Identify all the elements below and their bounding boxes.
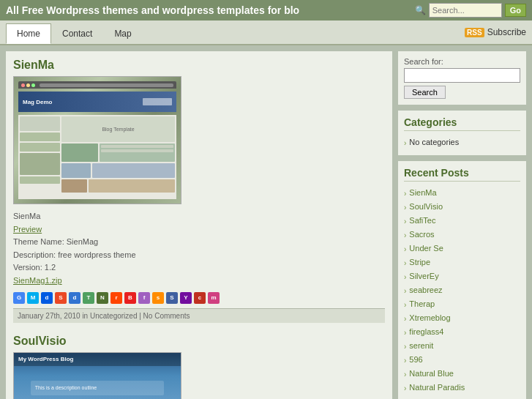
- rss-area: RSS Subscribe: [465, 27, 526, 37]
- post-image-soulvisio: My WordPress Blog This is a description …: [13, 352, 181, 399]
- sidebar-search-button[interactable]: Search: [404, 86, 446, 99]
- bullet-icon: ›: [404, 383, 406, 394]
- post-title-soulvisio: SoulVisio: [13, 335, 385, 348]
- social-icon-co-mments[interactable]: c: [194, 292, 206, 304]
- recent-post-item: ›Natural Blue: [404, 367, 520, 381]
- recent-post-item: ›Stripe: [404, 256, 520, 269]
- soulvisio-preview: My WordPress Blog This is a description …: [14, 353, 181, 399]
- bullet-icon: ›: [404, 230, 406, 241]
- comments-link[interactable]: No Comments: [143, 312, 190, 320]
- post-meta-sienmag: SienMa Preview Theme Name: SienMag Descr…: [13, 210, 385, 288]
- recent-post-link[interactable]: Therap: [409, 298, 435, 310]
- social-icon-spurl[interactable]: S: [166, 292, 178, 304]
- social-icon-stumbleupon[interactable]: S: [55, 292, 67, 304]
- recent-post-link[interactable]: Natural Paradis: [409, 381, 465, 394]
- content-area: SienMa Mag Demo: [6, 51, 392, 399]
- recent-post-item: ›fireglass4: [404, 325, 520, 339]
- theme-name: Theme Name: SienMag: [13, 236, 385, 249]
- social-icon-furl[interactable]: f: [138, 292, 150, 304]
- sidebar-categories-section: Categories › No categories: [398, 111, 526, 155]
- recent-post-link[interactable]: seabreez: [409, 284, 442, 297]
- recent-posts-title: Recent Posts: [404, 167, 520, 182]
- bullet-icon: ›: [404, 369, 406, 380]
- recent-post-item: ›Xtremeblog: [404, 311, 520, 325]
- bullet-icon: ›: [404, 299, 406, 310]
- recent-post-link[interactable]: Under Se: [409, 242, 443, 255]
- recent-post-link[interactable]: Sacros: [409, 228, 434, 241]
- bullet-icon: ›: [404, 327, 406, 338]
- bullet-icon: ›: [404, 355, 406, 366]
- recent-post-link[interactable]: Natural Blue: [409, 368, 454, 380]
- tab-map[interactable]: Map: [103, 23, 142, 44]
- bullet-icon: ›: [404, 258, 406, 269]
- rss-badge[interactable]: RSS: [465, 28, 484, 37]
- recent-posts-list: ›SienMa›SoulVisio›SafiTec›Sacros›Under S…: [404, 186, 520, 395]
- social-icon-simpy[interactable]: s: [152, 292, 164, 304]
- preview-link[interactable]: Preview: [13, 225, 42, 234]
- social-icon-magnolia[interactable]: m: [208, 292, 220, 304]
- recent-post-item: ›serenit: [404, 339, 520, 353]
- bullet-icon: ›: [404, 272, 406, 283]
- nav-bar: Home Contact Map RSS Subscribe: [0, 20, 532, 45]
- top-go-button[interactable]: Go: [505, 4, 526, 17]
- recent-post-item: ›Sacros: [404, 228, 520, 242]
- bullet-icon: ›: [404, 341, 406, 352]
- social-icon-newsvine[interactable]: N: [97, 292, 108, 304]
- sidebar-search-input[interactable]: [404, 68, 520, 83]
- bullet-icon: ›: [404, 188, 406, 199]
- search-for-label: Search for:: [404, 57, 520, 66]
- post-title-sienmag: SienMa: [13, 59, 385, 72]
- subscribe-link[interactable]: Subscribe: [487, 27, 526, 37]
- recent-post-item: ›Therap: [404, 297, 520, 311]
- bullet-icon: ›: [404, 313, 406, 324]
- social-icon-reddit[interactable]: r: [110, 292, 122, 304]
- mock-blog-main: Blog Template: [61, 116, 175, 198]
- mock-content: Blog Template: [18, 115, 176, 199]
- social-icon-technorati[interactable]: T: [83, 292, 94, 304]
- download-link[interactable]: SienMag1.zip: [13, 276, 62, 285]
- tab-contact[interactable]: Contact: [51, 23, 103, 44]
- recent-post-link[interactable]: fireglass4: [409, 326, 443, 338]
- description: Description: free wordpress theme: [13, 249, 385, 262]
- top-search-area: 🔍 Go: [415, 3, 526, 18]
- recent-post-item: ›Natural Paradis: [404, 381, 520, 395]
- social-icon-delicious[interactable]: d: [69, 292, 80, 304]
- recent-post-item: ›SilverEy: [404, 269, 520, 283]
- recent-post-link[interactable]: Xtremeblog: [409, 312, 450, 324]
- bullet-icon: ›: [404, 138, 406, 149]
- top-bar: All Free Wordpress themes and wordpress …: [0, 0, 532, 20]
- post-date: January 27th, 2010 in Uncategorized |: [18, 312, 141, 320]
- recent-post-link[interactable]: SilverEy: [409, 270, 438, 283]
- recent-post-link[interactable]: SafiTec: [409, 215, 435, 227]
- post-image-inner: Mag Demo: [14, 77, 181, 204]
- bullet-icon: ›: [404, 286, 406, 297]
- social-icon-blinklist[interactable]: B: [124, 292, 136, 304]
- mock-chrome: [18, 81, 176, 89]
- post-image-sienmag: Mag Demo: [13, 76, 181, 204]
- sidebar-search-section: Search for: Search: [398, 51, 526, 105]
- sidebar: Search for: Search Categories › No categ…: [398, 51, 526, 399]
- tab-home[interactable]: Home: [6, 23, 51, 44]
- sidebar-recent-posts-section: Recent Posts ›SienMa›SoulVisio›SafiTec›S…: [398, 161, 526, 399]
- recent-post-item: ›SoulVisio: [404, 200, 520, 214]
- post-name-sienmag: SienMa: [13, 210, 385, 223]
- social-icon-digg[interactable]: d: [41, 292, 53, 304]
- post-footer-sienmag: January 27th, 2010 in Uncategorized | No…: [13, 308, 385, 323]
- top-search-input[interactable]: [429, 3, 502, 18]
- site-title: All Free Wordpress themes and wordpress …: [6, 4, 415, 16]
- social-icons: GMdSdTNrBfsSYcm: [13, 292, 385, 304]
- categories-title: Categories: [404, 116, 520, 131]
- bullet-icon: ›: [404, 216, 406, 227]
- social-icon-msn[interactable]: M: [27, 292, 39, 304]
- recent-post-link[interactable]: SienMa: [409, 187, 436, 199]
- mock-blog-sidebar: [20, 116, 60, 198]
- bullet-icon: ›: [404, 202, 406, 213]
- recent-post-item: ›Under Se: [404, 242, 520, 256]
- recent-post-link[interactable]: serenit: [409, 340, 433, 352]
- recent-post-link[interactable]: 596: [409, 354, 422, 366]
- recent-post-link[interactable]: SoulVisio: [409, 201, 443, 213]
- social-icon-yahoomyweb[interactable]: Y: [180, 292, 192, 304]
- recent-post-link[interactable]: Stripe: [409, 256, 430, 269]
- post-sienmag: SienMa Mag Demo: [13, 59, 385, 323]
- social-icon-google[interactable]: G: [13, 292, 25, 304]
